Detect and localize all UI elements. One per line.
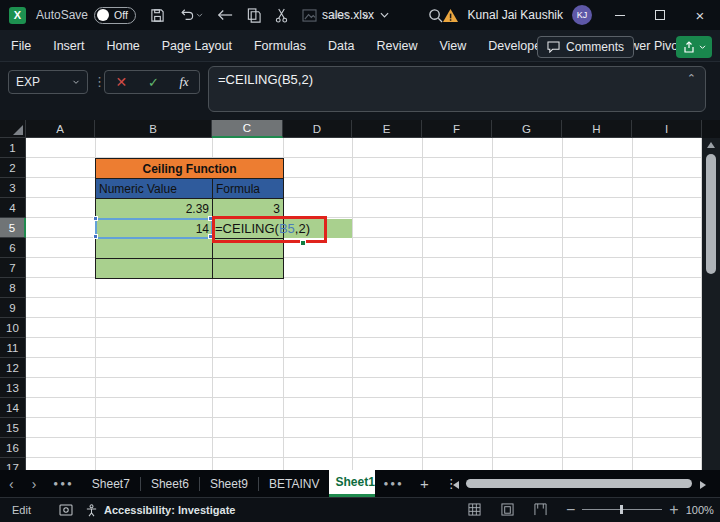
cancel-icon[interactable]: ✕ (115, 74, 127, 90)
name-box[interactable]: EXP (8, 70, 88, 94)
zoom-slider-thumb[interactable] (620, 505, 623, 514)
ref-handle[interactable] (93, 234, 98, 239)
tab-insert[interactable]: Insert (42, 30, 95, 62)
column-header-g[interactable]: G (492, 120, 562, 138)
row-header-10[interactable]: 10 (0, 318, 26, 338)
sheet-tab-sheet6[interactable]: Sheet6 (141, 470, 199, 497)
undo-icon[interactable] (179, 8, 203, 22)
name-box-value: EXP (16, 75, 40, 89)
row-header-17[interactable]: 17 (0, 458, 26, 470)
column-header-d[interactable]: D (283, 120, 352, 138)
row-header-3[interactable]: 3 (0, 178, 26, 198)
zoom-level[interactable]: 100% (686, 504, 714, 516)
zoom-control: − + 100% (566, 497, 714, 522)
column-header-a[interactable]: A (26, 120, 95, 138)
ref-handle[interactable] (93, 216, 98, 221)
row-header-14[interactable]: 14 (0, 398, 26, 418)
column-header-f[interactable]: F (422, 120, 492, 138)
sheet-tab-sheet9[interactable]: Sheet9 (200, 470, 258, 497)
autosave-toggle[interactable]: Off (94, 7, 136, 24)
tab-formulas[interactable]: Formulas (243, 30, 317, 62)
user-name[interactable]: Kunal Jai Kaushik (468, 8, 563, 22)
row-header-8[interactable]: 8 (0, 278, 26, 298)
enter-icon[interactable]: ✓ (148, 75, 159, 90)
page-break-view-icon[interactable] (534, 503, 547, 516)
cell-b7[interactable] (95, 258, 213, 279)
vertical-scroll-thumb[interactable] (706, 154, 716, 274)
vertical-scrollbar[interactable] (702, 138, 720, 470)
paste-picture-icon (302, 9, 317, 22)
column-header-h[interactable]: H (562, 120, 632, 138)
sheet-menu-icon[interactable]: ⋮ (437, 476, 466, 491)
tab-review[interactable]: Review (365, 30, 428, 62)
hscroll-right-icon[interactable] (700, 481, 706, 489)
chevron-down-icon (380, 12, 389, 18)
tab-home[interactable]: Home (95, 30, 150, 62)
column-header-i[interactable]: I (632, 120, 702, 138)
cell-b3-header[interactable]: Numeric Value (95, 178, 213, 199)
column-header-b[interactable]: B (95, 120, 212, 138)
cell-c7[interactable] (212, 258, 284, 279)
copy-icon[interactable] (247, 8, 261, 23)
avatar[interactable]: KJ (572, 5, 592, 25)
row-header-5[interactable]: 5 (0, 218, 26, 238)
sheet-tab-sheet7[interactable]: Sheet7 (82, 470, 140, 497)
cell-b2-table-title[interactable]: Ceiling Function (95, 158, 284, 179)
cell-b6[interactable] (95, 238, 213, 259)
sheet-tab-betainv[interactable]: BETAINV (259, 470, 329, 497)
accessibility-status[interactable]: Accessibility: Investigate (104, 504, 235, 516)
excel-app-icon[interactable]: X (9, 7, 26, 24)
sheet-tab-active[interactable]: Sheet12 (329, 470, 375, 497)
zoom-in-icon[interactable]: + (669, 501, 678, 519)
collapse-formula-bar-icon[interactable]: ⌃ (687, 72, 696, 85)
maximize-button[interactable] (640, 0, 680, 30)
autosave-control[interactable]: AutoSave Off (36, 7, 136, 24)
cut-icon[interactable] (275, 8, 288, 23)
minimize-button[interactable] (600, 0, 640, 30)
back-arrow-icon[interactable] (217, 9, 233, 21)
warning-icon[interactable] (442, 8, 459, 23)
page-layout-view-icon[interactable] (501, 503, 514, 516)
row-header-11[interactable]: 11 (0, 338, 26, 358)
tab-data[interactable]: Data (317, 30, 365, 62)
save-icon[interactable] (150, 8, 165, 23)
row-header-1[interactable]: 1 (0, 138, 26, 158)
fill-handle[interactable] (300, 240, 306, 246)
formula-input[interactable]: =CEILING(B5,2) ⌃ (208, 66, 706, 112)
hscroll-left-icon[interactable] (453, 481, 459, 489)
row-header-13[interactable]: 13 (0, 378, 26, 398)
row-header-7[interactable]: 7 (0, 258, 26, 278)
normal-view-icon[interactable] (468, 503, 481, 516)
sheet-nav-right-icon[interactable]: › (23, 476, 46, 492)
cell-c3-header[interactable]: Formula (212, 178, 284, 199)
horizontal-scroll-thumb[interactable] (466, 479, 692, 488)
sheet-nav-left-icon[interactable]: ‹ (0, 476, 23, 492)
column-header-e[interactable]: E (352, 120, 422, 138)
comments-button[interactable]: Comments (537, 36, 634, 58)
row-header-6[interactable]: 6 (0, 238, 26, 258)
document-title[interactable]: sales.xlsx (322, 0, 389, 30)
more-sheets-right-icon[interactable]: ●●● (375, 479, 412, 488)
cell-b4[interactable]: 2.39 (95, 198, 213, 219)
row-header-12[interactable]: 12 (0, 358, 26, 378)
insert-function-icon[interactable]: fx (180, 75, 189, 90)
tab-view[interactable]: View (428, 30, 477, 62)
tab-page-layout[interactable]: Page Layout (151, 30, 243, 62)
row-header-16[interactable]: 16 (0, 438, 26, 458)
column-header-c[interactable]: C (212, 120, 283, 138)
macro-record-icon[interactable] (59, 504, 73, 516)
select-all-corner[interactable] (0, 120, 26, 138)
zoom-slider[interactable] (582, 509, 662, 510)
row-header-15[interactable]: 15 (0, 418, 26, 438)
scroll-up-icon[interactable] (707, 142, 715, 148)
add-sheet-icon[interactable]: + (412, 475, 437, 492)
zoom-out-icon[interactable]: − (566, 501, 575, 519)
more-sheets-left-icon[interactable]: ●●● (45, 479, 82, 488)
accessibility-icon[interactable] (85, 504, 98, 517)
share-button[interactable] (676, 36, 712, 58)
close-button[interactable]: × (680, 0, 720, 30)
tab-file[interactable]: File (0, 30, 42, 62)
row-header-4[interactable]: 4 (0, 198, 26, 218)
row-header-9[interactable]: 9 (0, 298, 26, 318)
row-header-2[interactable]: 2 (0, 158, 26, 178)
